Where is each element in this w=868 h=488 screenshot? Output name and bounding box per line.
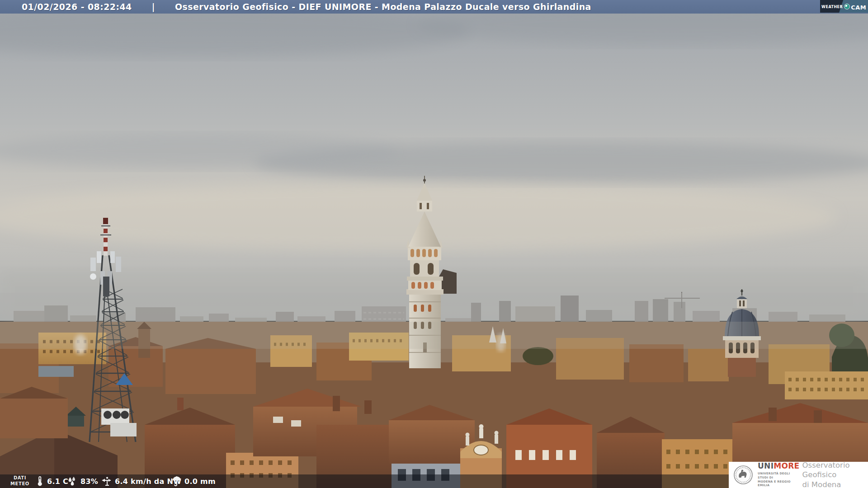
weathercam-cam: Cam — [851, 2, 866, 11]
unimore-uni: UNI — [758, 461, 774, 470]
weathercam-logo[interactable]: Weather Cam — [820, 0, 868, 13]
humidity-drops-icon — [67, 476, 78, 486]
dati-meteo-label: DATI METEO — [7, 475, 33, 487]
umbrella-icon — [172, 476, 182, 487]
humidity-value: 83% — [80, 477, 98, 486]
unimore-subline1: UNIVERSITÀ DEGLI STUDI DI — [758, 472, 800, 479]
unimore-more: MORE — [774, 461, 799, 470]
dati-line2: METEO — [7, 481, 33, 487]
unimore-subline2: MODENA E REGGIO EMILIA — [758, 480, 800, 488]
observatory-line1: Osservatorio Geofisico — [802, 460, 868, 480]
temperature-value: 6.1 C — [47, 477, 68, 486]
dati-line1: DATI — [7, 475, 33, 481]
observatory-line2: di Modena — [802, 480, 868, 488]
osd-title: Osservatorio Geofisico - DIEF UNIMORE - … — [175, 2, 591, 12]
temperature-reading: 6.1 C — [35, 474, 68, 488]
wind-reading: 6.4 km/h da NW — [101, 474, 181, 488]
unimore-logo-panel[interactable]: UNIMORE UNIVERSITÀ DEGLI STUDI DI MODENA… — [729, 462, 868, 488]
rain-reading: 0.0 mm — [172, 474, 216, 488]
osd-top-bar: 01/02/2026 - 08:22:44 | Osservatorio Geo… — [0, 0, 868, 14]
globe-icon — [844, 4, 850, 9]
osd-datetime: 01/02/2026 - 08:22:44 — [22, 2, 132, 12]
unimore-wordmark: UNIMORE UNIVERSITÀ DEGLI STUDI DI MODENA… — [758, 462, 800, 488]
weathercam-word: Weather — [821, 3, 843, 9]
thermometer-icon — [35, 476, 44, 487]
observatory-name: Osservatorio Geofisico di Modena — [802, 460, 868, 488]
unimore-seal — [733, 465, 753, 485]
weathervane-icon — [101, 476, 112, 487]
webcam-frame: 01/02/2026 - 08:22:44 | Osservatorio Geo… — [0, 0, 868, 488]
city-panorama — [0, 0, 868, 488]
osd-separator: | — [152, 2, 155, 12]
humidity-reading: 83% — [67, 474, 98, 488]
rain-value: 0.0 mm — [184, 477, 216, 486]
